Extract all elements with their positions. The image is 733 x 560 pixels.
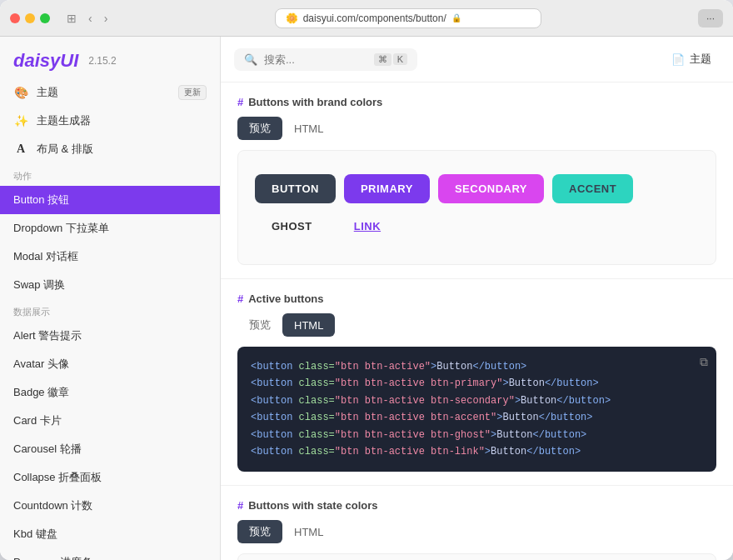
theme-button-label: 主题 <box>690 52 711 67</box>
sidebar-item-theme[interactable]: 🎨 主题 更新 <box>0 78 220 107</box>
preview-state-colors: INFO SUCCESS WARNING ERROR <box>237 553 716 560</box>
tab-bar-active: 预览 HTML <box>237 313 716 337</box>
button-link[interactable]: LINK <box>337 212 397 241</box>
back-button[interactable]: ‹ <box>85 10 96 27</box>
section-title-state: # Buttons with state colors <box>237 499 716 512</box>
sidebar-item-collapse[interactable]: Collapse 折叠面板 <box>0 463 220 492</box>
search-shortcut: ⌘ K <box>374 53 407 66</box>
sidebar-item-alert[interactable]: Alert 警告提示 <box>0 322 220 350</box>
sidebar: daisyUI 2.15.2 🎨 主题 更新 ✨ 主题生成器 A 布局 & 排版… <box>0 37 221 560</box>
sidebar-item-carousel[interactable]: Carousel 轮播 <box>0 435 220 463</box>
tab-preview-active[interactable]: 预览 <box>237 313 282 337</box>
hash-icon: # <box>237 292 243 305</box>
button-ghost[interactable]: GHOST <box>255 212 329 241</box>
text-icon: A <box>13 142 28 156</box>
sidebar-item-label: Card 卡片 <box>13 413 62 428</box>
theme-icon: 📄 <box>671 53 685 66</box>
sidebar-toggle-button[interactable]: ⊞ <box>63 10 80 27</box>
search-input[interactable] <box>264 53 364 66</box>
code-block-active: ⧉ <button class="btn btn-active">Button<… <box>237 347 716 472</box>
section-title-text: Active buttons <box>248 292 323 305</box>
close-button[interactable] <box>10 13 20 23</box>
app-window: ⊞ ‹ › 🌼 daisyui.com/components/button/ 🔒… <box>0 0 733 560</box>
sidebar-item-label: Avatar 头像 <box>13 357 69 372</box>
logo-text: daisyUI <box>13 50 78 72</box>
favicon-icon: 🌼 <box>286 12 298 24</box>
theme-icon: 🎨 <box>13 86 28 99</box>
sidebar-item-theme-generator[interactable]: ✨ 主题生成器 <box>0 107 220 135</box>
preview-brand-colors: BUTTON PRIMARY SECONDARY ACCENT GHOST LI… <box>237 150 716 265</box>
section-title: # Buttons with brand colors <box>237 96 716 108</box>
button-default[interactable]: BUTTON <box>255 174 336 203</box>
tab-preview-brand[interactable]: 预览 <box>237 117 282 140</box>
button-accent[interactable]: ACCENT <box>552 174 633 203</box>
sidebar-item-card[interactable]: Card 卡片 <box>0 407 220 435</box>
sidebar-item-label: Progress 进度条 <box>13 555 92 560</box>
tab-html-brand[interactable]: HTML <box>282 117 335 140</box>
url-input[interactable]: 🌼 daisyui.com/components/button/ 🔒 <box>275 8 541 28</box>
sidebar-item-label: Alert 警告提示 <box>13 328 82 343</box>
hash-icon: # <box>237 96 243 108</box>
section-title-text: Buttons with state colors <box>248 499 377 512</box>
theme-button[interactable]: 📄 主题 <box>663 47 720 72</box>
search-wrapper[interactable]: 🔍 ⌘ K <box>234 48 417 71</box>
tab-bar-brand: 预览 HTML <box>237 117 716 140</box>
logo-version: 2.15.2 <box>88 55 116 67</box>
section-active-buttons: # Active buttons 预览 HTML ⧉ <button class… <box>221 279 733 486</box>
sidebar-item-label: 主题生成器 <box>37 113 91 128</box>
sidebar-item-countdown[interactable]: Countdown 计数 <box>0 492 220 520</box>
search-bar: 🔍 ⌘ K 📄 主题 <box>221 37 733 82</box>
sidebar-item-label: Modal 对话框 <box>13 249 78 264</box>
hash-icon: # <box>237 499 243 512</box>
titlebar-right: ··· <box>698 9 723 28</box>
lock-icon: 🔒 <box>451 13 461 22</box>
copy-button[interactable]: ⧉ <box>700 355 708 369</box>
forward-button[interactable]: › <box>101 10 112 27</box>
code-line-5: <button class="btn btn-active btn-ghost"… <box>251 427 703 443</box>
shortcut-key: K <box>393 53 407 65</box>
button-primary[interactable]: PRIMARY <box>344 174 430 203</box>
search-icon: 🔍 <box>244 53 257 66</box>
button-secondary[interactable]: SECONDARY <box>438 174 544 203</box>
sidebar-item-progress[interactable]: Progress 进度条 <box>0 548 220 560</box>
sidebar-item-badge[interactable]: Badge 徽章 <box>0 378 220 407</box>
sidebar-item-label: Badge 徽章 <box>13 385 69 400</box>
sidebar-item-swap[interactable]: Swap 调换 <box>0 271 220 299</box>
sparkle-icon: ✨ <box>13 114 28 128</box>
sidebar-item-kbd[interactable]: Kbd 键盘 <box>0 520 220 548</box>
code-line-6: <button class="btn btn-active btn-link">… <box>251 443 703 460</box>
maximize-button[interactable] <box>40 13 50 23</box>
sidebar-item-avatar[interactable]: Avatar 头像 <box>0 350 220 378</box>
content-area: 🔍 ⌘ K 📄 主题 # Buttons with brand colors <box>221 37 733 560</box>
sidebar-item-layout[interactable]: A 布局 & 排版 <box>0 135 220 163</box>
code-line-2: <button class="btn btn-active btn-primar… <box>251 375 703 392</box>
actions-section-label: 动作 <box>0 163 220 186</box>
sidebar-item-label: Countdown 计数 <box>13 498 92 513</box>
sidebar-item-dropdown[interactable]: Dropdown 下拉菜单 <box>0 214 220 242</box>
sidebar-item-label: Dropdown 下拉菜单 <box>13 221 109 236</box>
tab-preview-state[interactable]: 预览 <box>237 520 282 543</box>
url-bar: 🌼 daisyui.com/components/button/ 🔒 <box>124 8 691 28</box>
sidebar-item-label: Kbd 键盘 <box>13 527 57 542</box>
sidebar-item-label: Button 按钮 <box>13 192 69 208</box>
traffic-lights <box>10 13 50 23</box>
minimize-button[interactable] <box>25 13 35 23</box>
tab-html-active[interactable]: HTML <box>282 313 335 337</box>
extensions-button[interactable]: ··· <box>698 9 723 28</box>
section-title-text: Buttons with brand colors <box>248 96 382 108</box>
code-line-1: <button class="btn btn-active">Button</b… <box>251 358 703 375</box>
tab-html-state[interactable]: HTML <box>282 520 335 543</box>
theme-badge: 更新 <box>178 85 207 100</box>
tab-bar-state: 预览 HTML <box>237 520 716 543</box>
code-line-4: <button class="btn btn-active btn-accent… <box>251 409 703 426</box>
nav-controls: ⊞ ‹ › <box>63 10 111 27</box>
sidebar-logo: daisyUI 2.15.2 <box>0 37 220 78</box>
sidebar-item-label: Collapse 折叠面板 <box>13 470 102 485</box>
sidebar-item-button[interactable]: Button 按钮 <box>0 186 220 214</box>
url-text: daisyui.com/components/button/ <box>303 12 446 24</box>
main-layout: daisyUI 2.15.2 🎨 主题 更新 ✨ 主题生成器 A 布局 & 排版… <box>0 37 733 560</box>
titlebar: ⊞ ‹ › 🌼 daisyui.com/components/button/ 🔒… <box>0 0 733 37</box>
sidebar-item-modal[interactable]: Modal 对话框 <box>0 242 220 271</box>
section-state-colors: # Buttons with state colors 预览 HTML INFO… <box>221 486 733 560</box>
sidebar-item-label: Swap 调换 <box>13 278 65 292</box>
